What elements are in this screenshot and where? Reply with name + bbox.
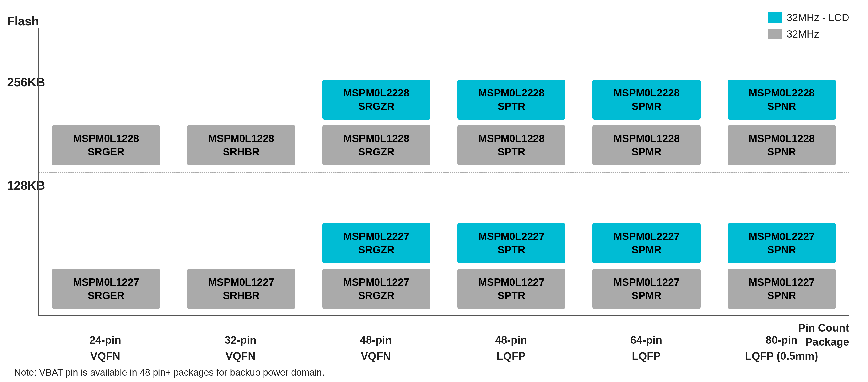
x-label-32pin: 32-pin VQFN: [173, 333, 308, 363]
chip-mspm0l1227-spmr: MSPM0L1227 SPMR: [592, 269, 701, 309]
chart-note: Note: VBAT pin is available in 48 pin+ p…: [14, 367, 324, 378]
chip-mspm0l2228-sptr: MSPM0L2228 SPTR: [457, 79, 565, 119]
x-label-24pin: 24-pin VQFN: [38, 333, 173, 363]
chip-mspm0l1228-srger: MSPM0L1228 SRGER: [52, 125, 160, 165]
row-256kb-col6: MSPM0L2228 SPNR MSPM0L1228 SPNR: [718, 28, 845, 172]
chip-mspm0l1228-srhbr: MSPM0L1228 SRHBR: [187, 125, 295, 165]
col-24pin: MSPM0L1228 SRGER MSPM0L1227 SRGER: [38, 28, 174, 315]
col-32pin: MSPM0L1228 SRHBR MSPM0L1227 SRHBR: [174, 28, 309, 315]
row-128kb-col3: MSPM0L2227 SRGZR MSPM0L1227 SRGZR: [313, 172, 440, 316]
chip-mspm0l1227-srger: MSPM0L1227 SRGER: [52, 269, 160, 309]
chip-mspm0l2228-spmr: MSPM0L2228 SPMR: [592, 79, 701, 119]
chart-container: Flash 256KB 128KB 32MHz - LCD 32MHz MSPM…: [0, 0, 868, 382]
col-64pin-lqfp: MSPM0L2228 SPMR MSPM0L1228 SPMR MSPM0L22…: [579, 28, 714, 315]
pin-count-label: Pin Count Package: [798, 321, 849, 349]
x-axis-area: 24-pin VQFN 32-pin VQFN 48-pin VQFN 48-p…: [38, 333, 849, 363]
row-256kb-col5: MSPM0L2228 SPMR MSPM0L1228 SPMR: [583, 28, 710, 172]
row-128kb-col4: MSPM0L2227 SPTR MSPM0L1227 SPTR: [448, 172, 575, 316]
chip-mspm0l1227-spnr: MSPM0L1227 SPNR: [727, 269, 836, 309]
chip-mspm0l1228-srgzr: MSPM0L1228 SRGZR: [322, 125, 431, 165]
row-256kb-col2: MSPM0L1228 SRHBR: [178, 28, 305, 172]
col-48pin-vqfn: MSPM0L2228 SRGZR MSPM0L1228 SRGZR MSPM0L…: [309, 28, 444, 315]
columns-area: MSPM0L1228 SRGER MSPM0L1227 SRGER: [38, 28, 849, 315]
col-48pin-lqfp: MSPM0L2228 SPTR MSPM0L1228 SPTR MSPM0L22…: [444, 28, 579, 315]
row-256kb-col4: MSPM0L2228 SPTR MSPM0L1228 SPTR: [448, 28, 575, 172]
chip-mspm0l2227-spnr: MSPM0L2227 SPNR: [727, 223, 836, 263]
x-label-64pin: 64-pin LQFP: [579, 333, 714, 363]
legend-swatch-teal: [768, 12, 782, 23]
row-128kb-col5: MSPM0L2227 SPMR MSPM0L1227 SPMR: [583, 172, 710, 316]
row-128kb-col2: MSPM0L1227 SRHBR: [178, 172, 305, 316]
x-label-48pin-lqfp: 48-pin LQFP: [443, 333, 579, 363]
row-256kb-col1: MSPM0L1228 SRGER: [43, 28, 169, 172]
chip-mspm0l2227-sptr: MSPM0L2227 SPTR: [457, 223, 565, 263]
chip-mspm0l1227-srhbr: MSPM0L1227 SRHBR: [187, 269, 295, 309]
chip-mspm0l1228-sptr: MSPM0L1228 SPTR: [457, 125, 565, 165]
row-256kb-col3: MSPM0L2228 SRGZR MSPM0L1228 SRGZR: [313, 28, 440, 172]
col-80pin-lqfp: MSPM0L2228 SPNR MSPM0L1228 SPNR MSPM0L22…: [714, 28, 849, 315]
chip-mspm0l1228-spmr: MSPM0L1228 SPMR: [592, 125, 701, 165]
chip-mspm0l1228-spnr: MSPM0L1228 SPNR: [727, 125, 836, 165]
y-axis-title: Flash: [7, 14, 39, 28]
chip-mspm0l2228-spnr: MSPM0L2228 SPNR: [727, 79, 836, 119]
chart-area: MSPM0L1228 SRGER MSPM0L1227 SRGER: [38, 28, 849, 316]
chip-mspm0l2227-spmr: MSPM0L2227 SPMR: [592, 223, 701, 263]
chip-mspm0l1227-srgzr: MSPM0L1227 SRGZR: [322, 269, 431, 309]
x-label-48pin-vqfn: 48-pin VQFN: [308, 333, 443, 363]
row-128kb-col1: MSPM0L1227 SRGER: [43, 172, 169, 316]
legend-item-teal: 32MHz - LCD: [768, 12, 849, 24]
row-128kb-col6: MSPM0L2227 SPNR MSPM0L1227 SPNR: [718, 172, 845, 316]
chip-mspm0l2228-srgzr: MSPM0L2228 SRGZR: [322, 79, 431, 119]
legend-label-teal: 32MHz - LCD: [787, 12, 849, 24]
chip-mspm0l2227-srgzr: MSPM0L2227 SRGZR: [322, 223, 431, 263]
chip-mspm0l1227-sptr: MSPM0L1227 SPTR: [457, 269, 565, 309]
